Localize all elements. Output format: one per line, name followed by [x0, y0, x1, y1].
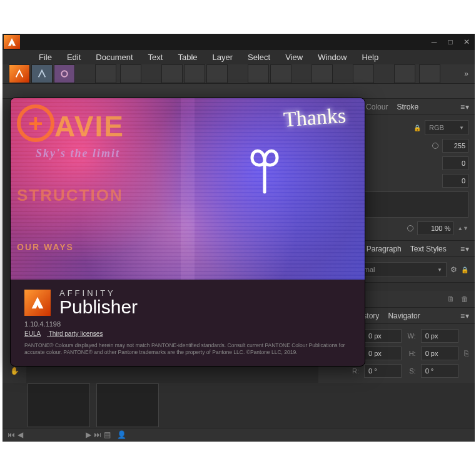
maximize-button[interactable]: □	[442, 34, 458, 50]
art-text: OUR WAYS	[17, 242, 74, 252]
play-icon[interactable]: ▶	[86, 430, 91, 439]
toolbar-preflight-button[interactable]	[120, 64, 141, 83]
menu-layer[interactable]: Layer	[206, 50, 240, 64]
tab-colour[interactable]: Colour	[366, 103, 388, 111]
color-mode-dropdown[interactable]: RGB▼	[425, 120, 468, 135]
art-text: Thanks	[283, 104, 347, 132]
titlebar: ─ □ ✕	[3, 34, 475, 50]
color-indicator-icon	[432, 143, 438, 149]
link-wh-icon[interactable]: ⎘	[464, 349, 468, 358]
lock-icon[interactable]	[461, 265, 468, 274]
menu-view[interactable]: View	[279, 50, 309, 64]
splash-dialog: + AVIE Sky's the limit STRUCTION OUR WAY…	[10, 98, 365, 367]
toolbar-grid-button[interactable]	[419, 64, 440, 83]
context-toolbar	[3, 84, 475, 99]
art-text: AVIE	[54, 109, 124, 143]
pages-icon[interactable]: ▤	[104, 430, 111, 439]
add-layer-icon[interactable]: 🗎	[447, 295, 455, 303]
tab-paragraph[interactable]: Paragraph	[367, 245, 402, 253]
transform-panel: X: W: Y: H: R: S:	[352, 329, 459, 378]
menu-file[interactable]: File	[33, 50, 58, 64]
toolbar-overflow-button[interactable]: »	[464, 69, 468, 78]
toolbar-align1-button[interactable]	[161, 64, 183, 83]
splash-artwork: + AVIE Sky's the limit STRUCTION OUR WAY…	[11, 98, 365, 280]
panel-menu-icon[interactable]: ≡▾	[460, 245, 470, 253]
plus-circle-icon: +	[17, 104, 54, 142]
tab-navigator[interactable]: Navigator	[388, 311, 420, 320]
toolbar-preview-button[interactable]	[311, 64, 333, 83]
menu-document[interactable]: Document	[89, 50, 139, 64]
panel-menu-icon[interactable]: ≡▾	[460, 311, 470, 320]
first-page-icon[interactable]: ⏮	[8, 430, 15, 439]
tab-text-styles[interactable]: Text Styles	[410, 245, 447, 253]
next-page-icon[interactable]: ⏭	[94, 430, 101, 439]
opacity-stepper-icon[interactable]: ▲▼	[457, 225, 468, 231]
tab-stroke[interactable]: Stroke	[397, 103, 418, 111]
prev-page-icon[interactable]: ◀	[18, 430, 23, 439]
toolbar-link-button[interactable]	[270, 64, 291, 83]
toolbar-doc-button[interactable]	[95, 64, 116, 83]
menubar: File Edit Document Text Table Layer Sele…	[3, 50, 475, 64]
delete-layer-icon[interactable]: 🗑	[461, 295, 468, 303]
s-label: S:	[407, 367, 415, 375]
lock-icon[interactable]	[413, 123, 421, 132]
r-input[interactable]	[364, 364, 402, 378]
pages-strip	[3, 383, 475, 428]
status-bar: ⏮ ◀ ▶ ⏭ ▤ 👤	[3, 428, 475, 442]
s-input[interactable]	[421, 364, 458, 378]
page-thumbnail[interactable]	[96, 383, 159, 427]
rgb-g-input[interactable]	[442, 156, 468, 170]
svg-point-0	[61, 71, 67, 76]
opacity-input[interactable]	[417, 221, 453, 235]
menu-window[interactable]: Window	[311, 50, 353, 64]
page-thumbnail[interactable]	[28, 383, 90, 427]
app-icon	[4, 35, 20, 49]
toolbar: »	[3, 64, 475, 84]
close-button[interactable]: ✕	[458, 34, 475, 50]
toolbar-pin-button[interactable]	[248, 64, 269, 83]
toolbar-baseline-button[interactable]	[353, 64, 374, 83]
art-text: Sky's the limit	[36, 147, 120, 160]
menu-help[interactable]: Help	[355, 50, 385, 64]
persona-publisher-button[interactable]	[9, 64, 30, 83]
splash-legal-text: PANTONE® Colours displayed herein may no…	[24, 342, 351, 356]
splash-product: Publisher	[59, 298, 138, 316]
third-party-link[interactable]: Third party licenses	[49, 330, 103, 337]
menu-edit[interactable]: Edit	[61, 50, 87, 64]
heart-sketch-icon	[240, 136, 290, 198]
h-label: H:	[407, 350, 415, 357]
gear-icon[interactable]: ⚙	[450, 265, 457, 274]
w-input[interactable]	[421, 329, 458, 343]
y-input[interactable]	[364, 347, 402, 360]
rgb-r-input[interactable]	[442, 139, 468, 153]
menu-select[interactable]: Select	[241, 50, 276, 64]
toolbar-align3-button[interactable]	[206, 64, 228, 83]
panel-menu-icon[interactable]: ≡▾	[460, 103, 470, 111]
affinity-logo-icon	[24, 290, 51, 316]
r-label: R:	[352, 367, 359, 375]
splash-version: 1.10.4.1198	[24, 320, 351, 328]
minimize-button[interactable]: ─	[426, 34, 442, 50]
w-label: W:	[407, 332, 415, 340]
eula-link[interactable]: EULA	[24, 330, 41, 337]
toolbar-align2-button[interactable]	[184, 64, 205, 83]
menu-table[interactable]: Table	[171, 50, 203, 64]
menu-text[interactable]: Text	[142, 50, 170, 64]
hint-icon: 👤	[117, 430, 126, 439]
persona-photo-button[interactable]	[54, 64, 75, 83]
rgb-b-input[interactable]	[442, 174, 468, 188]
art-text: STRUCTION	[17, 186, 123, 205]
h-input[interactable]	[421, 347, 458, 360]
opacity-indicator-icon	[407, 225, 413, 231]
toolbar-snap-button[interactable]	[394, 64, 415, 83]
x-input[interactable]	[364, 329, 402, 343]
persona-designer-button[interactable]	[31, 64, 53, 83]
